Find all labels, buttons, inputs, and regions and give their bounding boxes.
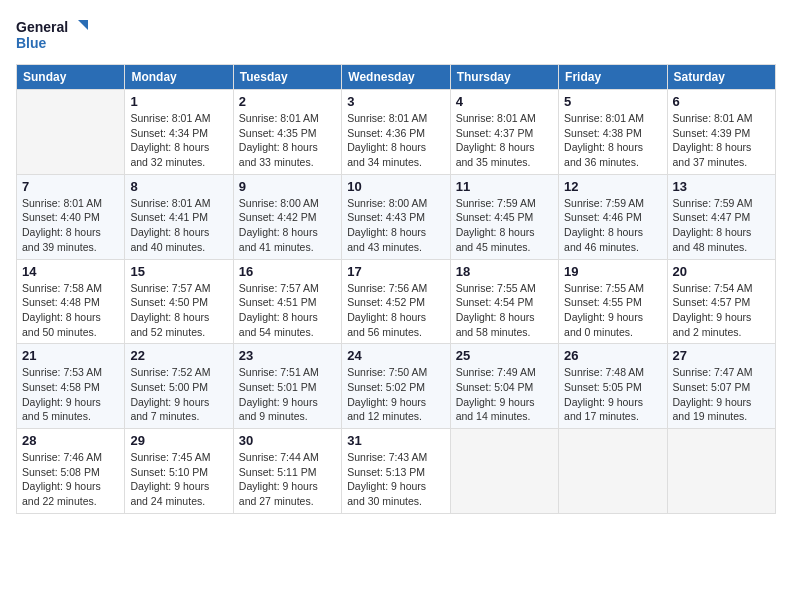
day-info: Sunrise: 7:59 AMSunset: 4:45 PMDaylight:… — [456, 196, 553, 255]
day-cell: 27Sunrise: 7:47 AMSunset: 5:07 PMDayligh… — [667, 344, 775, 429]
week-row-1: 1Sunrise: 8:01 AMSunset: 4:34 PMDaylight… — [17, 90, 776, 175]
day-number: 30 — [239, 433, 336, 448]
day-cell: 9Sunrise: 8:00 AMSunset: 4:42 PMDaylight… — [233, 174, 341, 259]
day-info: Sunrise: 7:43 AMSunset: 5:13 PMDaylight:… — [347, 450, 444, 509]
column-header-friday: Friday — [559, 65, 667, 90]
day-cell: 7Sunrise: 8:01 AMSunset: 4:40 PMDaylight… — [17, 174, 125, 259]
day-number: 3 — [347, 94, 444, 109]
day-number: 17 — [347, 264, 444, 279]
column-header-monday: Monday — [125, 65, 233, 90]
day-info: Sunrise: 7:56 AMSunset: 4:52 PMDaylight:… — [347, 281, 444, 340]
day-cell: 25Sunrise: 7:49 AMSunset: 5:04 PMDayligh… — [450, 344, 558, 429]
week-row-3: 14Sunrise: 7:58 AMSunset: 4:48 PMDayligh… — [17, 259, 776, 344]
day-number: 20 — [673, 264, 770, 279]
day-cell: 1Sunrise: 8:01 AMSunset: 4:34 PMDaylight… — [125, 90, 233, 175]
day-cell: 26Sunrise: 7:48 AMSunset: 5:05 PMDayligh… — [559, 344, 667, 429]
day-info: Sunrise: 8:01 AMSunset: 4:40 PMDaylight:… — [22, 196, 119, 255]
day-info: Sunrise: 7:57 AMSunset: 4:51 PMDaylight:… — [239, 281, 336, 340]
day-number: 19 — [564, 264, 661, 279]
week-row-5: 28Sunrise: 7:46 AMSunset: 5:08 PMDayligh… — [17, 429, 776, 514]
svg-marker-2 — [78, 20, 88, 30]
day-number: 22 — [130, 348, 227, 363]
day-number: 7 — [22, 179, 119, 194]
day-number: 9 — [239, 179, 336, 194]
day-cell — [559, 429, 667, 514]
day-cell — [17, 90, 125, 175]
svg-text:Blue: Blue — [16, 35, 47, 51]
day-number: 10 — [347, 179, 444, 194]
day-info: Sunrise: 7:58 AMSunset: 4:48 PMDaylight:… — [22, 281, 119, 340]
day-cell: 29Sunrise: 7:45 AMSunset: 5:10 PMDayligh… — [125, 429, 233, 514]
day-cell: 2Sunrise: 8:01 AMSunset: 4:35 PMDaylight… — [233, 90, 341, 175]
day-cell: 20Sunrise: 7:54 AMSunset: 4:57 PMDayligh… — [667, 259, 775, 344]
day-cell: 18Sunrise: 7:55 AMSunset: 4:54 PMDayligh… — [450, 259, 558, 344]
day-info: Sunrise: 7:47 AMSunset: 5:07 PMDaylight:… — [673, 365, 770, 424]
day-info: Sunrise: 7:57 AMSunset: 4:50 PMDaylight:… — [130, 281, 227, 340]
day-number: 16 — [239, 264, 336, 279]
day-cell: 6Sunrise: 8:01 AMSunset: 4:39 PMDaylight… — [667, 90, 775, 175]
day-number: 14 — [22, 264, 119, 279]
day-info: Sunrise: 8:01 AMSunset: 4:39 PMDaylight:… — [673, 111, 770, 170]
day-number: 6 — [673, 94, 770, 109]
day-info: Sunrise: 7:53 AMSunset: 4:58 PMDaylight:… — [22, 365, 119, 424]
logo: General Blue — [16, 16, 96, 54]
day-number: 23 — [239, 348, 336, 363]
day-cell: 30Sunrise: 7:44 AMSunset: 5:11 PMDayligh… — [233, 429, 341, 514]
day-info: Sunrise: 8:01 AMSunset: 4:34 PMDaylight:… — [130, 111, 227, 170]
day-cell: 14Sunrise: 7:58 AMSunset: 4:48 PMDayligh… — [17, 259, 125, 344]
day-info: Sunrise: 8:01 AMSunset: 4:38 PMDaylight:… — [564, 111, 661, 170]
day-info: Sunrise: 7:50 AMSunset: 5:02 PMDaylight:… — [347, 365, 444, 424]
day-info: Sunrise: 7:44 AMSunset: 5:11 PMDaylight:… — [239, 450, 336, 509]
svg-text:General: General — [16, 19, 68, 35]
day-number: 29 — [130, 433, 227, 448]
day-info: Sunrise: 7:46 AMSunset: 5:08 PMDaylight:… — [22, 450, 119, 509]
day-number: 18 — [456, 264, 553, 279]
day-info: Sunrise: 8:00 AMSunset: 4:43 PMDaylight:… — [347, 196, 444, 255]
day-number: 1 — [130, 94, 227, 109]
column-header-tuesday: Tuesday — [233, 65, 341, 90]
day-info: Sunrise: 7:49 AMSunset: 5:04 PMDaylight:… — [456, 365, 553, 424]
day-number: 5 — [564, 94, 661, 109]
week-row-2: 7Sunrise: 8:01 AMSunset: 4:40 PMDaylight… — [17, 174, 776, 259]
day-cell: 5Sunrise: 8:01 AMSunset: 4:38 PMDaylight… — [559, 90, 667, 175]
day-info: Sunrise: 7:48 AMSunset: 5:05 PMDaylight:… — [564, 365, 661, 424]
column-header-saturday: Saturday — [667, 65, 775, 90]
day-cell: 23Sunrise: 7:51 AMSunset: 5:01 PMDayligh… — [233, 344, 341, 429]
day-info: Sunrise: 7:51 AMSunset: 5:01 PMDaylight:… — [239, 365, 336, 424]
day-number: 27 — [673, 348, 770, 363]
day-cell: 22Sunrise: 7:52 AMSunset: 5:00 PMDayligh… — [125, 344, 233, 429]
day-cell — [450, 429, 558, 514]
day-number: 21 — [22, 348, 119, 363]
day-info: Sunrise: 7:55 AMSunset: 4:55 PMDaylight:… — [564, 281, 661, 340]
day-number: 25 — [456, 348, 553, 363]
day-info: Sunrise: 7:45 AMSunset: 5:10 PMDaylight:… — [130, 450, 227, 509]
day-cell: 16Sunrise: 7:57 AMSunset: 4:51 PMDayligh… — [233, 259, 341, 344]
day-cell: 24Sunrise: 7:50 AMSunset: 5:02 PMDayligh… — [342, 344, 450, 429]
day-cell: 31Sunrise: 7:43 AMSunset: 5:13 PMDayligh… — [342, 429, 450, 514]
day-cell: 21Sunrise: 7:53 AMSunset: 4:58 PMDayligh… — [17, 344, 125, 429]
day-info: Sunrise: 7:59 AMSunset: 4:46 PMDaylight:… — [564, 196, 661, 255]
day-cell: 28Sunrise: 7:46 AMSunset: 5:08 PMDayligh… — [17, 429, 125, 514]
day-info: Sunrise: 8:00 AMSunset: 4:42 PMDaylight:… — [239, 196, 336, 255]
day-info: Sunrise: 7:52 AMSunset: 5:00 PMDaylight:… — [130, 365, 227, 424]
day-number: 24 — [347, 348, 444, 363]
day-cell — [667, 429, 775, 514]
column-header-sunday: Sunday — [17, 65, 125, 90]
day-number: 8 — [130, 179, 227, 194]
column-header-wednesday: Wednesday — [342, 65, 450, 90]
day-cell: 15Sunrise: 7:57 AMSunset: 4:50 PMDayligh… — [125, 259, 233, 344]
day-number: 12 — [564, 179, 661, 194]
day-number: 13 — [673, 179, 770, 194]
day-cell: 13Sunrise: 7:59 AMSunset: 4:47 PMDayligh… — [667, 174, 775, 259]
day-number: 15 — [130, 264, 227, 279]
day-info: Sunrise: 7:55 AMSunset: 4:54 PMDaylight:… — [456, 281, 553, 340]
day-info: Sunrise: 7:59 AMSunset: 4:47 PMDaylight:… — [673, 196, 770, 255]
day-number: 28 — [22, 433, 119, 448]
column-header-thursday: Thursday — [450, 65, 558, 90]
day-cell: 8Sunrise: 8:01 AMSunset: 4:41 PMDaylight… — [125, 174, 233, 259]
day-cell: 17Sunrise: 7:56 AMSunset: 4:52 PMDayligh… — [342, 259, 450, 344]
day-info: Sunrise: 8:01 AMSunset: 4:37 PMDaylight:… — [456, 111, 553, 170]
day-info: Sunrise: 8:01 AMSunset: 4:41 PMDaylight:… — [130, 196, 227, 255]
day-cell: 19Sunrise: 7:55 AMSunset: 4:55 PMDayligh… — [559, 259, 667, 344]
day-info: Sunrise: 8:01 AMSunset: 4:35 PMDaylight:… — [239, 111, 336, 170]
